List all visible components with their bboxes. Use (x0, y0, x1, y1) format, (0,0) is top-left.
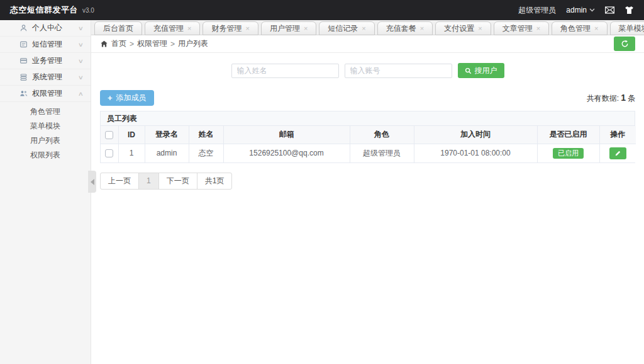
topbar: 态空短信群发平台 v3.0 超级管理员 admin (0, 0, 644, 20)
tab-menu-module[interactable]: 菜单模块× (610, 21, 644, 35)
mail-icon[interactable] (605, 6, 614, 15)
row-checkbox[interactable] (105, 149, 113, 157)
select-all-checkbox[interactable] (105, 131, 113, 139)
col-join-time: 加入时间 (414, 126, 537, 144)
col-enabled: 是否已启用 (537, 126, 599, 144)
cell-join-time: 1970-01-01 08:00:00 (414, 144, 537, 162)
close-icon[interactable]: × (187, 25, 191, 32)
app-version: v3.0 (82, 7, 94, 14)
prev-page-button[interactable]: 上一页 (101, 173, 139, 189)
chevron-up-icon: ∧ (78, 91, 84, 97)
shirt-icon[interactable] (625, 6, 634, 15)
tab-article-management[interactable]: 文章管理× (494, 21, 549, 35)
tab-sms-records[interactable]: 短信记录× (319, 21, 374, 35)
close-icon[interactable]: × (304, 25, 308, 32)
tab-payment-settings[interactable]: 支付设置× (435, 21, 491, 35)
breadcrumb-separator: > (170, 40, 175, 48)
database-icon (19, 73, 28, 81)
chevron-down-icon: ∨ (78, 58, 84, 64)
breadcrumb-separator: > (130, 40, 134, 48)
name-search-input[interactable] (231, 64, 339, 78)
cell-role: 超级管理员 (350, 144, 414, 162)
sidebar-item-personal-center[interactable]: 个人中心 ∨ (0, 20, 91, 37)
table-header-row: ID 登录名 姓名 邮箱 角色 加入时间 是否已启用 操作 (101, 126, 636, 144)
sidebar-item-sms-management[interactable]: 短信管理 ∨ (0, 37, 91, 53)
home-icon (100, 40, 108, 48)
chevron-down-icon: ∨ (78, 42, 84, 48)
tab-role-management[interactable]: 角色管理× (552, 21, 607, 35)
close-icon[interactable]: × (478, 25, 482, 32)
current-page[interactable]: 1 (139, 173, 159, 189)
search-icon (465, 67, 472, 74)
pagination-wrap: 上一页 1 下一页 共1页 (91, 163, 644, 199)
table-row: 1 admin 态空 1526925100@qq.com 超级管理员 1970-… (101, 144, 636, 162)
app-body: 个人中心 ∨ 短信管理 ∨ 业务管理 ∨ 系统管理 ∨ 权限管理 ∧ 角色管理 … (0, 20, 644, 364)
col-id: ID (118, 126, 145, 144)
sidebar-item-label: 短信管理 (32, 39, 62, 50)
search-user-button[interactable]: 搜用户 (458, 63, 504, 78)
sidebar-item-label: 系统管理 (32, 72, 62, 82)
users-icon (19, 89, 28, 98)
tab-recharge-management[interactable]: 充值管理× (145, 21, 200, 35)
close-icon[interactable]: × (420, 25, 424, 32)
close-icon[interactable]: × (536, 25, 540, 32)
user-menu[interactable]: admin (566, 6, 595, 14)
sidebar-subitem-user-list[interactable]: 用户列表 (0, 134, 91, 148)
user-icon (19, 24, 28, 32)
tab-finance-management[interactable]: 财务管理× (203, 21, 258, 35)
next-page-button[interactable]: 下一页 (159, 173, 197, 189)
sidebar-collapse-handle[interactable] (88, 171, 96, 193)
col-email: 邮箱 (223, 126, 350, 144)
app-title: 态空短信群发平台 (10, 4, 78, 16)
sidebar-subitem-role-management[interactable]: 角色管理 (0, 105, 91, 119)
sidebar-submenu: 角色管理 菜单模块 用户列表 权限列表 (0, 102, 91, 166)
sidebar-item-label: 权限管理 (32, 88, 62, 99)
chevron-down-icon: ∨ (78, 74, 84, 81)
sidebar: 个人中心 ∨ 短信管理 ∨ 业务管理 ∨ 系统管理 ∨ 权限管理 ∧ 角色管理 … (0, 20, 91, 364)
close-icon[interactable]: × (245, 25, 249, 32)
search-bar: 搜用户 (91, 63, 644, 78)
edit-button[interactable] (609, 147, 626, 159)
pagination: 上一页 1 下一页 共1页 (100, 173, 232, 190)
account-search-input[interactable] (345, 64, 452, 78)
cell-login: admin (145, 144, 189, 162)
chevron-down-icon: ∨ (78, 25, 84, 31)
panel-title: 员工列表 (101, 111, 635, 126)
user-role-label: 超级管理员 (518, 5, 556, 16)
status-badge: 已启用 (553, 148, 584, 159)
breadcrumb-permission[interactable]: 权限管理 (137, 38, 167, 49)
breadcrumb-home[interactable]: 首页 (111, 38, 126, 49)
tab-bar: 后台首页 充值管理× 财务管理× 用户管理× 短信记录× 充值套餐× 支付设置×… (91, 20, 644, 35)
cell-email: 1526925100@qq.com (223, 144, 350, 162)
breadcrumb-current: 用户列表 (178, 38, 208, 49)
cell-id: 1 (118, 144, 145, 162)
col-name: 姓名 (189, 126, 223, 144)
tab-dashboard[interactable]: 后台首页 (94, 21, 142, 35)
add-member-button[interactable]: + 添加成员 (100, 90, 154, 106)
cell-name: 态空 (189, 144, 223, 162)
close-icon[interactable]: × (362, 25, 365, 32)
refresh-icon (621, 40, 629, 48)
col-role: 角色 (350, 126, 414, 144)
tab-user-management[interactable]: 用户管理× (261, 21, 316, 35)
sidebar-item-label: 个人中心 (32, 23, 62, 33)
staff-list-panel: 员工列表 ID 登录名 姓名 邮箱 角色 加入时间 是否已启用 (100, 111, 635, 163)
card-icon (19, 57, 28, 65)
pencil-icon (614, 150, 621, 157)
chevron-down-icon (589, 8, 595, 12)
sidebar-item-system-management[interactable]: 系统管理 ∨ (0, 69, 91, 86)
sidebar-item-business-management[interactable]: 业务管理 ∨ (0, 53, 91, 69)
user-table: ID 登录名 姓名 邮箱 角色 加入时间 是否已启用 操作 1 admin (101, 126, 636, 162)
sidebar-subitem-menu-module[interactable]: 菜单模块 (0, 119, 91, 134)
breadcrumb: 首页 > 权限管理 > 用户列表 (91, 35, 644, 53)
sidebar-subitem-permission-list[interactable]: 权限列表 (0, 148, 91, 162)
username: admin (566, 6, 587, 14)
refresh-button[interactable] (614, 37, 635, 51)
message-icon (19, 40, 28, 48)
col-actions: 操作 (599, 126, 636, 144)
list-toolbar: + 添加成员 共有数据:1条 (100, 90, 635, 106)
tab-recharge-packages[interactable]: 充值套餐× (377, 21, 433, 35)
close-icon[interactable]: × (594, 25, 598, 32)
sidebar-item-permission-management[interactable]: 权限管理 ∧ (0, 86, 91, 102)
col-login: 登录名 (145, 126, 189, 144)
